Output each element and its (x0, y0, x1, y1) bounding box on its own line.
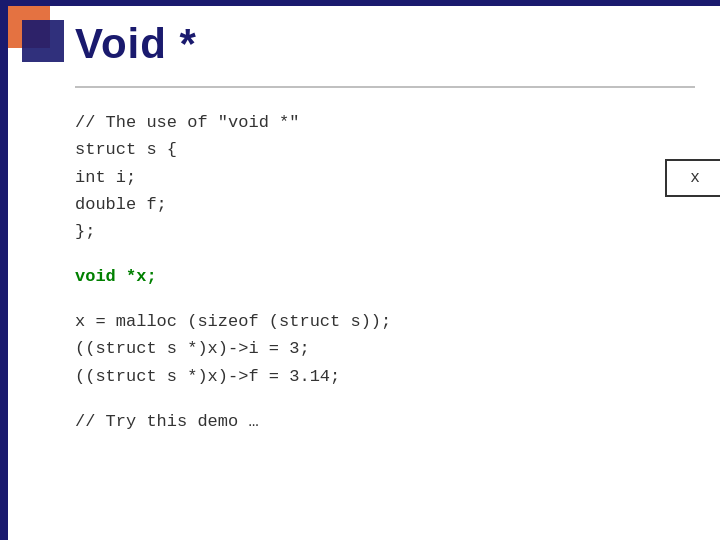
code-section: // The use of "void *" struct s { int i;… (75, 110, 695, 435)
x-pointer-box: x (665, 159, 720, 197)
try-comment: // Try this demo … (75, 408, 695, 435)
x-label: x (690, 169, 700, 187)
close-brace-line: }; (75, 218, 695, 245)
double-line: double f; (75, 191, 695, 218)
slide-title: Void * (75, 20, 695, 68)
code-malloc-block: x = malloc (sizeof (struct s)); ((struct… (75, 308, 695, 390)
left-accent-bar (0, 0, 8, 540)
cast-line-2: ((struct s *)x)->f = 3.14; (75, 363, 695, 390)
top-accent-bar (0, 0, 720, 6)
void-ptr-declaration: void *x; (75, 263, 695, 290)
int-line: int i; (75, 164, 695, 191)
main-content: Void * // The use of "void *" struct s {… (75, 20, 695, 435)
title-divider (75, 86, 695, 88)
cast-line-1: ((struct s *)x)->i = 3; (75, 335, 695, 362)
struct-line: struct s { (75, 136, 695, 163)
decoration-blue-square (22, 20, 64, 62)
malloc-line: x = malloc (sizeof (struct s)); (75, 308, 695, 335)
code-comment-1: // The use of "void *" (75, 110, 695, 136)
code-struct-block: struct s { int i; double f; }; (75, 136, 695, 245)
